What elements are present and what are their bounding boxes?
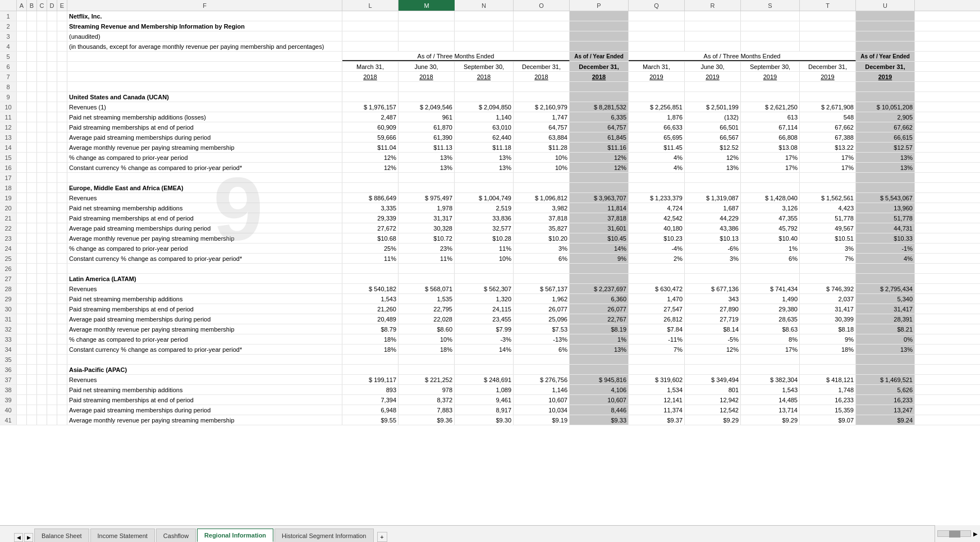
cell-1b[interactable]	[27, 11, 37, 21]
cell-1d[interactable]	[47, 11, 57, 21]
cell-30b[interactable]	[27, 304, 37, 314]
cell-33d[interactable]	[47, 334, 57, 344]
cell-31b[interactable]	[27, 314, 37, 324]
cell-3b[interactable]	[27, 31, 37, 41]
cell-9u[interactable]	[856, 92, 915, 102]
cell-1c[interactable]	[37, 11, 47, 21]
cell-34e[interactable]	[57, 345, 67, 354]
cell-28b[interactable]	[27, 284, 37, 293]
cell-3p[interactable]	[570, 31, 629, 41]
cell-6e[interactable]	[57, 62, 67, 71]
cell-7a[interactable]	[17, 72, 27, 81]
tab-add-button[interactable]: +	[377, 532, 387, 542]
cell-35b[interactable]	[27, 355, 37, 364]
cell-28c[interactable]	[37, 284, 47, 293]
tab-cashflow[interactable]: Cashflow	[156, 529, 196, 542]
cell-9r[interactable]	[685, 92, 741, 102]
cell-2t[interactable]	[800, 21, 856, 31]
cell-15a[interactable]	[17, 153, 27, 162]
cell-2c[interactable]	[37, 21, 47, 31]
cell-16e[interactable]	[57, 163, 67, 172]
cell-1m[interactable]	[399, 11, 455, 21]
cell-4p[interactable]	[570, 42, 629, 51]
cell-24e[interactable]	[57, 244, 67, 253]
cell-5e[interactable]	[57, 52, 67, 61]
col-header-q[interactable]: Q	[629, 0, 685, 11]
cell-23e[interactable]	[57, 233, 67, 243]
cell-31c[interactable]	[37, 314, 47, 324]
cell-21b[interactable]	[27, 213, 37, 223]
cell-37d[interactable]	[47, 375, 57, 384]
cell-8n[interactable]	[455, 82, 514, 91]
cell-28a[interactable]	[17, 284, 27, 293]
cell-9q[interactable]	[629, 92, 685, 102]
cell-19e[interactable]	[57, 193, 67, 203]
cell-36d[interactable]	[47, 365, 57, 374]
cell-2q[interactable]	[629, 21, 685, 31]
cell-5b[interactable]	[27, 52, 37, 61]
cell-31e[interactable]	[57, 314, 67, 324]
cell-11a[interactable]	[17, 112, 27, 122]
col-header-m[interactable]: M	[399, 0, 455, 11]
cell-18b[interactable]	[27, 183, 37, 192]
cell-4o[interactable]	[514, 42, 570, 51]
cell-40d[interactable]	[47, 405, 57, 415]
cell-1s[interactable]	[741, 11, 800, 21]
cell-8l[interactable]	[342, 82, 399, 91]
cell-22e[interactable]	[57, 223, 67, 233]
cell-16c[interactable]	[37, 163, 47, 172]
cell-20c[interactable]	[37, 203, 47, 213]
cell-1l[interactable]	[342, 11, 399, 21]
cell-8f[interactable]	[67, 82, 342, 91]
cell-25a[interactable]	[17, 254, 27, 263]
cell-31a[interactable]	[17, 314, 27, 324]
cell-7b[interactable]	[27, 72, 37, 81]
cell-23b[interactable]	[27, 233, 37, 243]
cell-33c[interactable]	[37, 334, 47, 344]
cell-9s[interactable]	[741, 92, 800, 102]
cell-27c[interactable]	[37, 274, 47, 283]
cell-21e[interactable]	[57, 213, 67, 223]
cell-24a[interactable]	[17, 244, 27, 253]
cell-36a[interactable]	[17, 365, 27, 374]
cell-2f[interactable]: Streaming Revenue and Membership Informa…	[67, 21, 342, 31]
cell-3r[interactable]	[685, 31, 741, 41]
cell-12e[interactable]	[57, 122, 67, 132]
cell-2m[interactable]	[399, 21, 455, 31]
cell-3o[interactable]	[514, 31, 570, 41]
cell-8s[interactable]	[741, 82, 800, 91]
cell-38b[interactable]	[27, 385, 37, 394]
cell-41e[interactable]	[57, 415, 67, 425]
cell-40b[interactable]	[27, 405, 37, 415]
cell-1p[interactable]	[570, 11, 629, 21]
cell-2e[interactable]	[57, 21, 67, 31]
cell-13d[interactable]	[47, 132, 57, 142]
cell-3s[interactable]	[741, 31, 800, 41]
cell-4d[interactable]	[47, 42, 57, 51]
col-header-b[interactable]: B	[27, 0, 37, 11]
cell-12c[interactable]	[37, 122, 47, 132]
cell-6a[interactable]	[17, 62, 27, 71]
cell-39d[interactable]	[47, 395, 57, 405]
cell-36c[interactable]	[37, 365, 47, 374]
cell-29e[interactable]	[57, 294, 67, 304]
cell-41b[interactable]	[27, 415, 37, 425]
cell-41a[interactable]	[17, 415, 27, 425]
cell-27d[interactable]	[47, 274, 57, 283]
cell-39a[interactable]	[17, 395, 27, 405]
cell-17c[interactable]	[37, 173, 47, 182]
cell-31d[interactable]	[47, 314, 57, 324]
cell-5a[interactable]	[17, 52, 27, 61]
cell-20b[interactable]	[27, 203, 37, 213]
cell-24b[interactable]	[27, 244, 37, 253]
cell-21a[interactable]	[17, 213, 27, 223]
cell-4n[interactable]	[455, 42, 514, 51]
cell-1t[interactable]	[800, 11, 856, 21]
cell-19a[interactable]	[17, 193, 27, 203]
cell-26f[interactable]	[67, 264, 342, 273]
cell-8m[interactable]	[399, 82, 455, 91]
cell-1u[interactable]	[856, 11, 915, 21]
cell-17b[interactable]	[27, 173, 37, 182]
cell-18a[interactable]	[17, 183, 27, 192]
cell-40a[interactable]	[17, 405, 27, 415]
